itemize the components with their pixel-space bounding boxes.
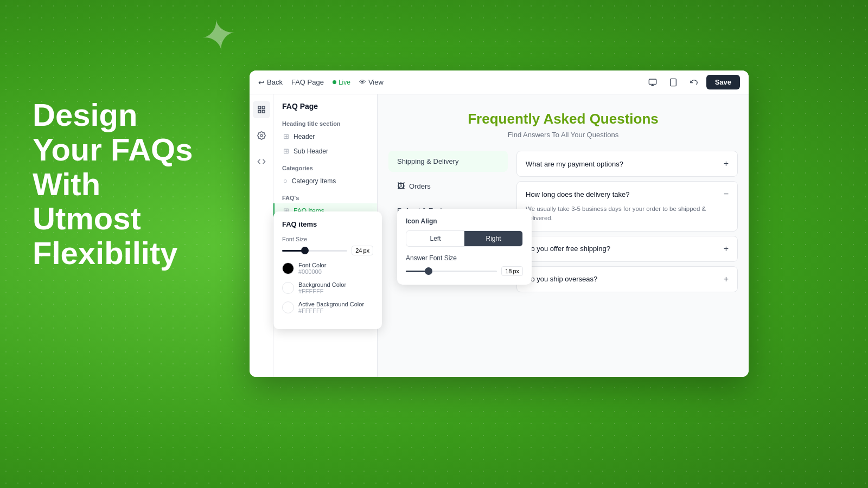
faq-card-4[interactable]: Do you ship overseas? +	[516, 266, 738, 292]
subheader-icon: ⊞	[283, 147, 289, 155]
svg-point-6	[260, 134, 263, 137]
category-item-orders[interactable]: 🖼 Orders	[388, 175, 508, 197]
panel-section-heading: Heading title section ⊞ Header ⊞ Sub Hea…	[273, 116, 377, 158]
faq-question-text-3: Do you offer free shipping?	[526, 245, 610, 253]
back-arrow-icon: ↩	[258, 78, 265, 87]
bg-color-hex: #FFFFFF	[298, 288, 323, 294]
view-button[interactable]: 👁 View	[359, 78, 384, 86]
top-bar: ↩ Back FAQ Page Live 👁 View Save	[250, 70, 749, 94]
font-size-value-box: 24 px	[352, 246, 373, 255]
answer-font-unit: px	[513, 268, 519, 274]
answer-slider-thumb[interactable]	[425, 267, 432, 275]
faq-card-3[interactable]: Do you offer free shipping? +	[516, 236, 738, 262]
subheader-label: Sub Header	[293, 147, 328, 155]
answer-font-value-box: 18 px	[501, 266, 523, 276]
live-badge: Live	[333, 79, 350, 86]
header-label: Header	[293, 133, 315, 140]
faq-main-heading: Frequently Asked Questions	[388, 111, 738, 127]
svg-rect-2	[258, 106, 261, 109]
font-size-field: Font Size 24 px	[282, 236, 373, 255]
panel-section-heading-label: Heading title section	[273, 116, 377, 129]
faq-subheading: Find Answers To All Your Questions	[388, 131, 738, 139]
answer-slider-row: 18 px	[406, 266, 523, 276]
top-bar-left: ↩ Back FAQ Page Live 👁 View	[258, 78, 384, 87]
active-bg-label: Active Background Color	[298, 301, 364, 307]
faq-question-text-4: Do you ship overseas?	[526, 275, 597, 283]
faq-items-popup: FAQ items Font Size 24 px Font Color #00…	[273, 211, 382, 329]
panel-item-subheader[interactable]: ⊞ Sub Header	[273, 144, 377, 158]
answer-slider-track[interactable]	[406, 271, 497, 272]
faq-question-header-2: How long does the delivery take? −	[526, 189, 729, 199]
faq-card-1[interactable]: What are my payment options? +	[516, 151, 738, 177]
back-label: Back	[267, 78, 283, 86]
font-size-slider-thumb[interactable]	[301, 247, 309, 254]
eye-icon: 👁	[359, 78, 366, 86]
undo-icon[interactable]	[686, 74, 702, 91]
font-size-slider-track[interactable]	[282, 250, 347, 252]
panel-item-header[interactable]: ⊞ Header	[273, 129, 377, 144]
font-color-hex: #000000	[298, 268, 322, 275]
live-dot-icon	[333, 80, 336, 84]
faq-card-2[interactable]: How long does the delivery take? − We us…	[516, 181, 738, 232]
font-color-field: Font Color #000000	[282, 262, 373, 275]
orders-icon: 🖼	[397, 182, 405, 190]
hero-text: Design Your FAQs With Utmost Flexibility	[33, 98, 193, 271]
category-items-label: Category Items	[292, 177, 336, 185]
layers-icon[interactable]	[253, 101, 270, 118]
orders-inner: 🖼 Orders	[397, 182, 499, 190]
align-left-button[interactable]: Left	[406, 231, 464, 246]
answer-font-label: Answer Font Size	[406, 254, 523, 262]
font-size-label: Font Size	[282, 236, 373, 242]
top-bar-right: Save	[644, 74, 740, 91]
active-bg-row: Active Background Color #FFFFFF	[282, 301, 373, 314]
desktop-icon[interactable]	[644, 74, 661, 91]
save-button[interactable]: Save	[706, 75, 740, 89]
panel-section-categories-label: Categories	[273, 160, 377, 174]
svg-rect-3	[262, 106, 265, 109]
category-icon: ○	[283, 177, 288, 185]
faq-question-header-3: Do you offer free shipping? +	[526, 244, 729, 254]
faq-plus-icon-4: +	[724, 274, 729, 284]
font-color-info: Font Color #000000	[298, 262, 326, 275]
back-button[interactable]: ↩ Back	[258, 78, 283, 87]
bg-color-label: Background Color	[298, 281, 346, 288]
category-item-shipping[interactable]: Shipping & Delivery	[388, 151, 508, 172]
font-color-swatch[interactable]	[282, 262, 294, 274]
active-bg-hex: #FFFFFF	[298, 307, 323, 314]
settings-icon[interactable]	[253, 127, 270, 144]
panel-section-categories: Categories ○ Category Items	[273, 160, 377, 188]
orders-label: Orders	[409, 182, 431, 190]
font-size-unit: px	[363, 247, 369, 254]
active-bg-info: Active Background Color #FFFFFF	[298, 301, 364, 314]
font-color-row: Font Color #000000	[282, 262, 373, 275]
icon-sidebar	[250, 94, 273, 377]
faq-items-popup-title: FAQ items	[282, 220, 373, 228]
faq-question-header-4: Do you ship overseas? +	[526, 274, 729, 284]
align-right-button[interactable]: Right	[464, 231, 522, 246]
icon-align-title: Icon Align	[406, 217, 523, 225]
faq-question-text-1: What are my payment options?	[526, 160, 623, 168]
bg-color-swatch[interactable]	[282, 282, 294, 294]
faq-questions: What are my payment options? + How long …	[516, 151, 738, 366]
panel-item-category-items[interactable]: ○ Category Items	[273, 174, 377, 188]
align-toggle-group: Left Right	[406, 230, 523, 247]
faq-question-text-2: How long does the delivery take?	[526, 190, 630, 198]
faq-question-header-1: What are my payment options? +	[526, 159, 729, 169]
faq-plus-icon-1: +	[724, 159, 729, 169]
faq-page-label: FAQ Page	[291, 78, 324, 86]
faq-minus-icon-2: −	[724, 189, 729, 199]
active-bg-field: Active Background Color #FFFFFF	[282, 301, 373, 314]
font-color-label: Font Color	[298, 262, 326, 268]
svg-rect-4	[258, 110, 261, 113]
answer-font-value: 18	[505, 268, 512, 274]
code-icon[interactable]	[253, 153, 270, 170]
bg-color-info: Background Color #FFFFFF	[298, 281, 346, 294]
panel-section-faqs-label: FAQ's	[273, 190, 377, 203]
tablet-icon[interactable]	[665, 74, 681, 91]
view-label: View	[368, 78, 384, 86]
bg-color-field: Background Color #FFFFFF	[282, 281, 373, 294]
active-bg-swatch[interactable]	[282, 301, 294, 313]
header-icon: ⊞	[283, 132, 289, 140]
font-size-value: 24	[355, 247, 362, 254]
svg-rect-0	[649, 79, 656, 84]
